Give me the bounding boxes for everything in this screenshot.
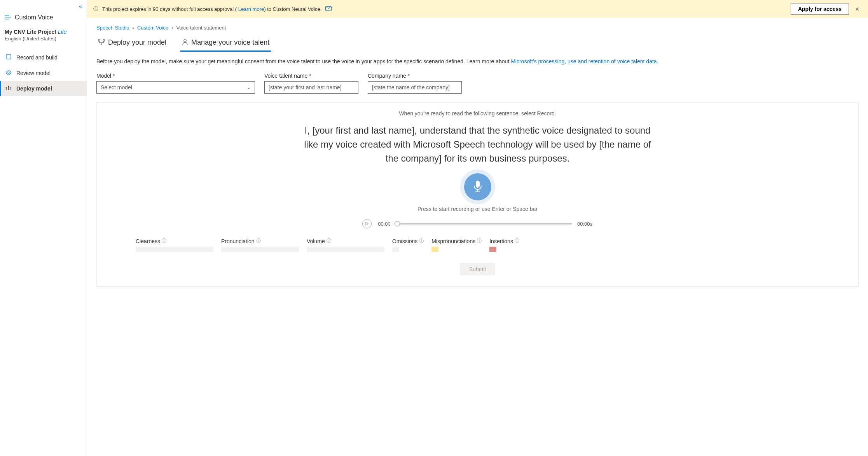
record-hint: Press to start recording or use Enter or… xyxy=(112,206,843,212)
project-name: My CNV Lite Project Lite xyxy=(0,29,87,36)
chevron-down-icon: ⌄ xyxy=(247,85,251,90)
metric-volume: Volume ⓘ xyxy=(307,238,384,252)
play-button[interactable] xyxy=(362,219,372,228)
play-icon xyxy=(365,222,369,226)
sidebar-item-label: Record and build xyxy=(16,54,58,61)
info-icon: ⓘ xyxy=(93,5,98,12)
time-elapsed: 00:00 xyxy=(376,221,393,227)
statement-card: When you're ready to read the following … xyxy=(96,102,859,287)
svg-rect-9 xyxy=(476,181,480,188)
sidebar-item-label: Review model xyxy=(16,70,51,76)
tab-deploy[interactable]: Deploy your model xyxy=(96,35,168,52)
info-icon[interactable]: ⓘ xyxy=(327,238,331,244)
chevron-right-icon: › xyxy=(171,25,173,31)
collapse-icon[interactable]: « xyxy=(79,3,82,9)
info-icon[interactable]: ⓘ xyxy=(419,238,424,244)
company-name-input[interactable] xyxy=(368,81,462,94)
model-label: Model * xyxy=(96,73,255,79)
svg-rect-6 xyxy=(98,40,100,41)
tab-label: Manage your voice talent xyxy=(191,38,269,47)
svg-rect-7 xyxy=(103,40,105,41)
banner: ⓘ This project expires in 90 days withou… xyxy=(87,0,868,18)
project-locale: English (United States) xyxy=(0,36,87,49)
slider-thumb[interactable] xyxy=(395,221,400,226)
tab-label: Deploy your model xyxy=(108,38,166,47)
info-icon[interactable]: ⓘ xyxy=(256,238,261,244)
banner-text: This project expires in 90 days without … xyxy=(102,6,321,12)
form-row: Model * Select model ⌄ Voice talent name… xyxy=(96,73,859,94)
metrics: Clearness ⓘ Pronunciation ⓘ Volume ⓘ Omi… xyxy=(112,238,843,252)
svg-rect-0 xyxy=(6,54,11,59)
submit-button[interactable]: Submit xyxy=(460,263,496,275)
sidebar-item-record[interactable]: Record and build xyxy=(0,49,87,65)
svg-point-8 xyxy=(184,40,186,42)
metric-pronunciation: Pronunciation ⓘ xyxy=(221,238,299,252)
person-icon xyxy=(182,39,188,47)
privacy-link[interactable]: Microsoft's processing, use and retentio… xyxy=(511,58,658,64)
description: Before you deploy the model, make sure y… xyxy=(96,57,859,66)
sidebar-item-deploy[interactable]: Deploy model xyxy=(0,81,87,96)
breadcrumb: Speech Studio › Custom Voice › Voice tal… xyxy=(96,23,859,35)
svg-point-2 xyxy=(6,87,7,88)
banner-link[interactable]: Learn more xyxy=(238,6,264,12)
record-icon xyxy=(5,54,12,61)
info-icon[interactable]: ⓘ xyxy=(477,238,482,244)
audio-player: 00:00 00:00s xyxy=(112,219,843,228)
sidebar-item-label: Deploy model xyxy=(16,85,52,92)
sidebar: « Custom Voice My CNV Lite Project Lite … xyxy=(0,0,87,456)
talent-name-label: Voice talent name * xyxy=(264,73,358,79)
deploy-tab-icon xyxy=(98,39,105,46)
app-label: Custom Voice xyxy=(15,14,53,21)
tabs: Deploy your model Manage your voice tale… xyxy=(96,35,859,52)
breadcrumb-custom-voice[interactable]: Custom Voice xyxy=(137,25,168,31)
info-icon[interactable]: ⓘ xyxy=(162,238,166,244)
company-name-label: Company name * xyxy=(368,73,462,79)
svg-point-3 xyxy=(8,86,9,87)
ready-text: When you're ready to read the following … xyxy=(112,110,843,117)
tab-manage-talent[interactable]: Manage your voice talent xyxy=(180,35,271,52)
statement-text: I, [your first and last name], understan… xyxy=(303,124,653,165)
metric-mispronunciations: Mispronunciations ⓘ xyxy=(431,238,482,252)
talent-name-input[interactable] xyxy=(264,81,358,94)
progress-slider[interactable] xyxy=(397,223,572,225)
svg-point-1 xyxy=(8,72,9,73)
mail-icon[interactable] xyxy=(325,6,332,12)
menu-icon xyxy=(5,14,11,21)
app-switcher[interactable]: Custom Voice xyxy=(0,9,87,29)
metric-insertions: Insertions ⓘ xyxy=(489,238,519,252)
model-select[interactable]: Select model ⌄ xyxy=(96,81,255,94)
sidebar-item-review[interactable]: Review model xyxy=(0,65,87,81)
apply-access-button[interactable]: Apply for access xyxy=(791,3,849,15)
metric-omissions: Omissions ⓘ xyxy=(392,238,424,252)
review-icon xyxy=(5,70,12,76)
microphone-icon xyxy=(472,180,483,194)
time-total: 00:00s xyxy=(577,221,593,227)
banner-close-icon[interactable]: ✕ xyxy=(853,6,862,12)
chevron-right-icon: › xyxy=(133,25,134,31)
breadcrumb-current: Voice talent statement xyxy=(176,25,226,31)
metric-clearness: Clearness ⓘ xyxy=(136,238,213,252)
breadcrumb-speech-studio[interactable]: Speech Studio xyxy=(96,25,129,31)
svg-point-4 xyxy=(10,87,11,88)
deploy-icon xyxy=(5,85,12,92)
record-button[interactable] xyxy=(464,173,491,200)
main: ⓘ This project expires in 90 days withou… xyxy=(87,0,868,456)
info-icon[interactable]: ⓘ xyxy=(515,238,519,244)
